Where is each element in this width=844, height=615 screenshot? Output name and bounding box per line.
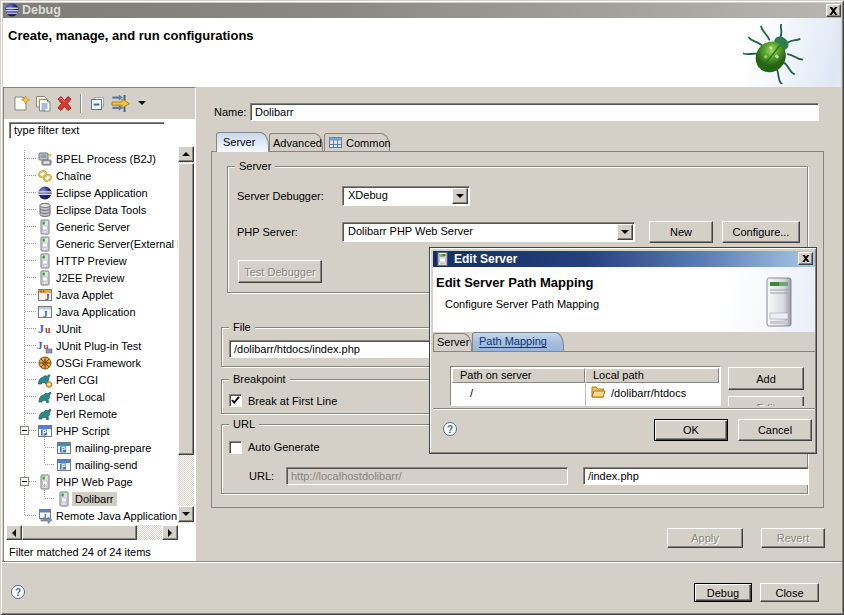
svg-text:u: u	[45, 324, 51, 335]
svg-text:P: P	[61, 462, 66, 469]
svg-text:J: J	[43, 309, 48, 319]
svg-text:P: P	[61, 445, 66, 452]
svg-text:J: J	[43, 511, 47, 519]
svg-text:J: J	[37, 339, 43, 351]
svg-text:J: J	[45, 292, 50, 302]
svg-text:J: J	[38, 322, 44, 336]
